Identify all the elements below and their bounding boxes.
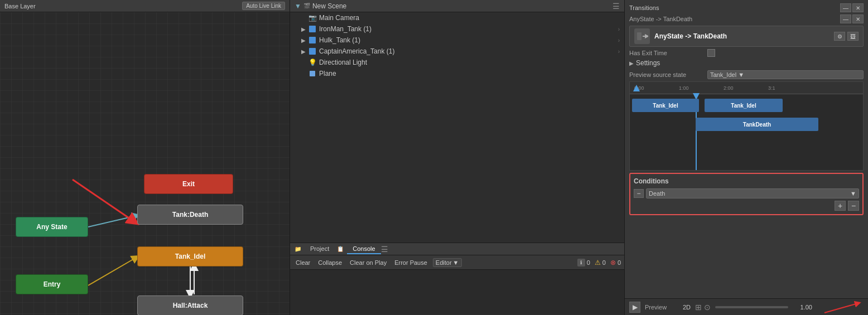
state-tank-idel[interactable]: Tank_Idel (137, 246, 243, 266)
item-label: Hulk_Tank (1) (319, 36, 360, 44)
timeline-block-tank-idel-2: Tank_Idel (705, 99, 783, 112)
message-icon: ℹ (577, 259, 585, 266)
item-label: Main Camera (319, 14, 359, 22)
settings-row[interactable]: ▶ Settings (629, 59, 864, 67)
error-pause-button[interactable]: Error Pause (392, 259, 430, 266)
scene-item-dir-light[interactable]: 💡 Directional Light (290, 57, 624, 68)
scene-header-actions: ☰ (613, 2, 620, 11)
item-arrow: ▶ (301, 26, 308, 32)
preview-bar: ▶ Preview 2D ⊞ ⊙ 1.00 (625, 298, 868, 315)
transition-close-btn[interactable]: ✕ (852, 3, 864, 12)
transition-buttons: — ✕ (840, 3, 864, 12)
connections-svg (0, 12, 290, 315)
state-exit[interactable]: Exit (144, 174, 233, 194)
preview-play-button[interactable]: ▶ (629, 302, 640, 313)
scene-hierarchy: 📷 Main Camera ▶ IronMan_Tank (1) › ▶ Hul… (290, 12, 624, 243)
scene-header: ▼ 🎬 New Scene ☰ (290, 0, 624, 12)
timeline-block-tankdeath: TankDeath (696, 118, 818, 131)
auto-live-link-button[interactable]: Auto Live Link (242, 2, 285, 10)
timeline-content: Tank_Idel Tank_Idel TankDeath (630, 94, 863, 170)
preview-icon-1[interactable]: ⊞ (695, 303, 702, 312)
console-tabs: 📁 Project 📋 Console (295, 244, 381, 254)
preview-icon-2[interactable]: ⊙ (704, 303, 711, 312)
ruler-mark-2: 2:00 (724, 85, 768, 91)
clear-button[interactable]: Clear (293, 259, 312, 266)
condition-remove-btn[interactable]: − (634, 189, 644, 198)
scene-icon: 🎬 (303, 3, 310, 9)
condition-del-btn[interactable]: − (848, 201, 859, 211)
cube-icon (308, 25, 317, 33)
editor-dropdown[interactable]: Editor ▼ (433, 258, 462, 267)
preview-2d-label: 2D (683, 304, 691, 311)
camera-icon: 📷 (308, 13, 317, 22)
arrow-right-icon: › (618, 26, 620, 32)
clear-on-play-button[interactable]: Clear on Play (348, 259, 389, 266)
console-menu-icon[interactable]: ☰ (381, 245, 388, 254)
transition-svg-icon (636, 30, 648, 42)
item-label: CaptainAmerica_Tank (1) (319, 47, 394, 55)
svg-rect-4 (637, 32, 642, 40)
transition-name-buttons: — ✕ (840, 14, 864, 23)
warning-icon: ⚠ (595, 259, 601, 266)
timeline-ruler-labels: 0:00 1:00 2:00 3:1 (630, 85, 863, 91)
main-layout: Base Layer Auto Live Link (0, 0, 868, 315)
state-entry[interactable]: Entry (16, 274, 88, 294)
animator-title: Base Layer (4, 3, 36, 9)
error-badge: ⊗ 0 (610, 259, 621, 266)
console-panel: 📁 Project 📋 Console ☰ Clear Collapse (290, 243, 624, 315)
animator-canvas[interactable]: Exit Tank:Death Any State Tank_Idel Entr… (0, 12, 290, 315)
arrow-right-icon: › (618, 37, 620, 43)
preview-label: Preview (645, 304, 678, 311)
dropdown-arrow-icon: ▼ (453, 259, 459, 266)
settings-arrow-icon: ▶ (629, 60, 634, 66)
timeline-block-tank-idel-1: Tank_Idel (632, 99, 699, 112)
scene-menu-icon[interactable]: ☰ (613, 2, 620, 11)
ruler-mark-3: 3:1 (768, 85, 813, 91)
timeline-head-icon (632, 84, 641, 93)
ruler-mark-1: 1:00 (679, 85, 724, 91)
console-icon: 📋 (337, 246, 344, 252)
state-anystate[interactable]: Any State (16, 217, 88, 237)
animator-panel: Base Layer Auto Live Link (0, 0, 290, 315)
animator-header: Base Layer Auto Live Link (0, 0, 290, 12)
transition-name-row: AnyState -> TankDeath — ✕ (629, 14, 864, 23)
scene-item-ironman-tank[interactable]: ▶ IronMan_Tank (1) › (290, 23, 624, 35)
inspector-panel: Transitions — ✕ AnyState -> TankDeath — … (625, 0, 868, 315)
condition-select[interactable]: Death ▼ (646, 188, 859, 198)
message-badge: ℹ 0 (577, 259, 590, 266)
ruler-mark-0: 0:00 (634, 85, 679, 91)
preview-source-select[interactable]: Tank_Idel ▼ (707, 70, 864, 79)
has-exit-time-row: Has Exit Time (629, 49, 864, 57)
transition-item[interactable]: AnyState -> TankDeath ⚙ 🖼 (629, 26, 864, 47)
state-hallattack[interactable]: Hall:Attack (137, 295, 243, 315)
condition-add-btn[interactable]: + (835, 201, 846, 211)
transition-gear-buttons: ⚙ 🖼 (834, 32, 859, 41)
scene-item-hulk-tank[interactable]: ▶ Hulk_Tank (1) › (290, 35, 624, 46)
console-badges: ℹ 0 ⚠ 0 ⊗ 0 (577, 259, 621, 266)
tab-console[interactable]: Console (347, 244, 380, 254)
tab-project[interactable]: Project (305, 244, 335, 254)
state-tankdeath[interactable]: Tank:Death (137, 205, 243, 225)
scene-item-captain-tank[interactable]: ▶ CaptainAmerica_Tank (1) › (290, 46, 624, 57)
svg-line-1 (88, 258, 136, 285)
solo-btn[interactable]: — (840, 14, 851, 23)
scene-item-main-camera[interactable]: 📷 Main Camera (290, 12, 624, 23)
inspector-content: Transitions — ✕ AnyState -> TankDeath — … (625, 0, 868, 298)
plane-icon (308, 69, 317, 78)
transition-img-btn[interactable]: 🖼 (847, 32, 859, 41)
console-content (290, 270, 624, 314)
scene-panel: ▼ 🎬 New Scene ☰ 📷 Main Camera ▶ (290, 0, 625, 315)
condition-row-0: − Death ▼ (634, 188, 859, 198)
timeline-ruler: 0:00 1:00 2:00 3:1 (630, 82, 863, 94)
timeline-cursor-head-area (632, 82, 641, 94)
warning-badge: ⚠ 0 (595, 259, 606, 266)
scene-item-plane[interactable]: Plane (290, 68, 624, 79)
mute-btn[interactable]: ✕ (852, 14, 864, 23)
collapse-button[interactable]: Collapse (316, 259, 344, 266)
transition-settings-btn[interactable]: ⚙ (834, 32, 845, 41)
has-exit-time-checkbox[interactable] (707, 49, 715, 57)
preview-source-label: Preview source state (629, 71, 707, 78)
preview-slider[interactable] (715, 306, 788, 308)
preview-source-row: Preview source state Tank_Idel ▼ (629, 70, 864, 79)
transition-minimize-btn[interactable]: — (840, 3, 851, 12)
